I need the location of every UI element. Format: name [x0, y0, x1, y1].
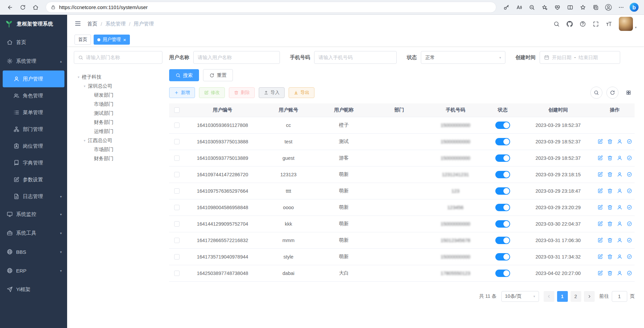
tree-expand-caret-icon[interactable]: ▾	[81, 84, 88, 88]
columns-button[interactable]	[623, 87, 635, 99]
sidebar-item-menu[interactable]: 菜单管理	[0, 104, 67, 121]
row-assign-role-icon[interactable]	[627, 204, 632, 210]
tree-node[interactable]: ▾深圳总公司	[74, 82, 162, 91]
goto-page-input[interactable]	[612, 291, 627, 302]
export-button[interactable]: 导出	[289, 87, 314, 98]
row-reset-password-icon[interactable]	[617, 237, 623, 243]
row-checkbox[interactable]	[174, 188, 180, 194]
row-edit-icon[interactable]	[597, 270, 603, 276]
add-button[interactable]: 新增	[169, 87, 195, 98]
status-select[interactable]: 正常 ▾	[421, 51, 505, 64]
sidebar-item-tools[interactable]: 系统工具▾	[0, 224, 67, 242]
row-edit-icon[interactable]	[597, 204, 603, 210]
row-assign-role-icon[interactable]	[627, 172, 632, 177]
row-delete-icon[interactable]	[607, 172, 613, 177]
status-toggle[interactable]	[495, 220, 510, 228]
header-search-icon[interactable]	[553, 21, 560, 27]
site-info-lock-icon[interactable]	[51, 5, 56, 10]
browser-home-button[interactable]	[30, 1, 42, 13]
row-edit-icon[interactable]	[597, 155, 603, 161]
status-toggle[interactable]	[495, 204, 510, 211]
row-edit-icon[interactable]	[597, 139, 603, 144]
tag-用户管理[interactable]: 用户管理×	[94, 35, 130, 45]
row-reset-password-icon[interactable]	[617, 188, 623, 194]
row-delete-icon[interactable]	[607, 237, 613, 243]
page-size-select[interactable]: 10条/页 ▾	[501, 291, 539, 302]
tree-expand-caret-icon[interactable]: ▾	[81, 139, 88, 142]
collections-button[interactable]	[590, 1, 602, 13]
row-assign-role-icon[interactable]	[627, 237, 632, 243]
phone-input[interactable]	[318, 51, 392, 63]
status-toggle[interactable]	[495, 154, 510, 162]
page-button-1[interactable]: 1	[557, 291, 568, 302]
browser-profile-button[interactable]	[602, 1, 614, 13]
row-checkbox[interactable]	[174, 271, 180, 276]
dept-search-input[interactable]: 请输入部门名称	[74, 51, 162, 64]
row-reset-password-icon[interactable]	[617, 270, 623, 276]
row-checkbox[interactable]	[174, 238, 180, 243]
row-checkbox[interactable]	[174, 155, 180, 161]
reset-button[interactable]: 重置	[203, 69, 233, 81]
row-edit-icon[interactable]	[597, 237, 603, 243]
user-avatar[interactable]	[619, 17, 633, 31]
row-reset-password-icon[interactable]	[617, 139, 623, 144]
prev-page-button[interactable]	[544, 291, 554, 302]
sidebar-item-bbs[interactable]: BBS▾	[0, 242, 67, 261]
row-delete-icon[interactable]	[607, 221, 613, 227]
help-icon[interactable]	[580, 21, 586, 27]
tree-node[interactable]: 运维部门	[74, 127, 162, 136]
row-edit-icon[interactable]	[597, 254, 603, 260]
username-input[interactable]	[198, 51, 276, 63]
row-delete-icon[interactable]	[607, 188, 613, 194]
row-checkbox[interactable]	[174, 172, 180, 177]
hide-search-button[interactable]	[590, 87, 602, 99]
sidebar-item-yi[interactable]: Yi框架	[0, 280, 67, 299]
sidebar-item-param[interactable]: 参数设置	[0, 171, 67, 188]
row-edit-icon[interactable]	[597, 188, 603, 194]
search-button[interactable]: 搜索	[169, 69, 199, 81]
delete-button[interactable]: 删除	[229, 87, 255, 98]
sidebar-toggle-button[interactable]	[75, 20, 81, 28]
breadcrumb-item[interactable]: 系统管理	[105, 21, 126, 27]
tree-node[interactable]: ▾江西总公司	[74, 136, 162, 145]
tag-close-icon[interactable]: ×	[123, 37, 126, 42]
avatar-dropdown-caret-icon[interactable]: ▾	[635, 26, 637, 31]
breadcrumb-item[interactable]: 首页	[87, 21, 97, 27]
favorites-bar-button[interactable]	[577, 1, 589, 13]
add-favorite-button[interactable]	[539, 1, 551, 13]
sidebar-item-erp[interactable]: ERP▾	[0, 261, 67, 280]
tree-node[interactable]: 测试部门	[74, 109, 162, 118]
row-delete-icon[interactable]	[607, 139, 613, 144]
row-checkbox[interactable]	[174, 254, 180, 260]
status-toggle[interactable]	[495, 270, 510, 277]
tree-expand-caret-icon[interactable]: ▾	[75, 75, 82, 79]
browser-address-bar[interactable]: https://ccnetcore.com:1101/system/user	[46, 2, 496, 13]
refresh-button[interactable]	[606, 87, 618, 99]
row-assign-role-icon[interactable]	[627, 254, 632, 260]
sidebar-item-system[interactable]: 系统管理▴	[0, 52, 67, 71]
row-assign-role-icon[interactable]	[627, 188, 632, 194]
text-size-icon[interactable]	[606, 21, 612, 27]
tree-node[interactable]: 财务部门	[74, 154, 162, 163]
row-reset-password-icon[interactable]	[617, 155, 623, 161]
password-key-button[interactable]	[500, 1, 512, 13]
row-checkbox[interactable]	[174, 139, 180, 144]
status-toggle[interactable]	[495, 171, 510, 178]
zoom-button[interactable]	[526, 1, 538, 13]
sidebar-item-role[interactable]: 角色管理	[0, 87, 67, 104]
row-assign-role-icon[interactable]	[627, 155, 632, 161]
fullscreen-icon[interactable]	[593, 21, 599, 27]
row-reset-password-icon[interactable]	[617, 221, 623, 227]
sidebar-item-home[interactable]: 首页	[0, 33, 67, 52]
github-icon[interactable]	[566, 21, 573, 27]
split-screen-button[interactable]	[564, 1, 576, 13]
row-assign-role-icon[interactable]	[627, 221, 632, 227]
row-edit-icon[interactable]	[597, 172, 603, 177]
row-checkbox[interactable]	[174, 221, 180, 227]
row-delete-icon[interactable]	[607, 254, 613, 260]
row-delete-icon[interactable]	[607, 155, 613, 161]
tree-node[interactable]: 研发部门	[74, 91, 162, 100]
tree-node[interactable]: 财务部门	[74, 118, 162, 127]
row-edit-icon[interactable]	[597, 221, 603, 227]
next-page-button[interactable]	[584, 291, 595, 302]
